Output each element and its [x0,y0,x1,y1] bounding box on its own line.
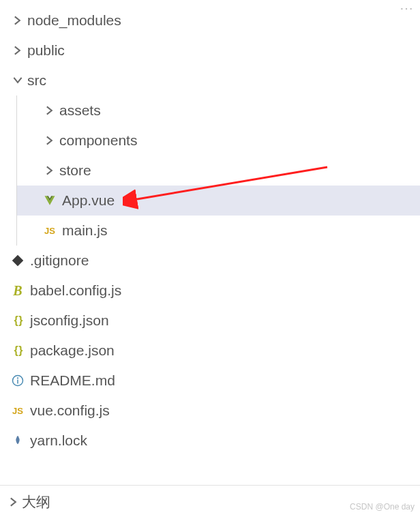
chevron-right-icon [43,104,57,117]
tree-folder-src[interactable]: src [0,65,420,95]
tree-item-label: assets [59,102,101,119]
chevron-right-icon [7,495,20,509]
yarn-icon [11,434,25,447]
tree-item-label: .gitignore [30,252,89,269]
tree-item-label: babel.config.js [30,282,121,299]
tree-item-label: components [59,132,137,149]
tree-folder-components[interactable]: components [16,125,420,156]
chevron-right-icon [11,44,25,57]
info-icon [11,374,25,387]
tree-item-label: public [27,42,65,59]
file-tree: node_modules public src assets component… [0,0,420,456]
chevron-right-icon [11,14,25,27]
tree-item-label: App.vue [62,192,115,209]
json-icon: { } [11,314,25,327]
tree-file-jsconfig[interactable]: { } jsconfig.json [0,306,420,336]
tree-item-label: yarn.lock [30,432,87,449]
git-icon [11,254,25,267]
tree-folder-store[interactable]: store [16,156,420,186]
tree-file-vue-config[interactable]: JS vue.config.js [0,396,420,426]
tree-file-readme[interactable]: README.md [0,366,420,396]
tree-file-main-js[interactable]: JS main.js [16,216,420,246]
chevron-down-icon [11,74,25,87]
tree-file-yarn-lock[interactable]: yarn.lock [0,426,420,456]
tree-item-label: node_modules [27,12,121,29]
toolbar: ⋯ [397,0,416,20]
tree-file-babel-config[interactable]: B babel.config.js [0,276,420,306]
tree-file-gitignore[interactable]: .gitignore [0,246,420,276]
tree-folder-assets[interactable]: assets [16,95,420,125]
js-icon: JS [43,224,57,237]
tree-item-label: main.js [62,222,108,239]
toolbar-action-icon[interactable]: ⋯ [400,0,413,16]
tree-item-label: src [27,72,46,89]
chevron-right-icon [43,134,57,147]
tree-item-label: vue.config.js [30,402,110,419]
chevron-right-icon [43,164,57,177]
tree-file-package-json[interactable]: { } package.json [0,336,420,366]
vue-icon [43,194,57,207]
babel-icon: B [11,284,25,297]
js-icon: JS [11,404,25,417]
tree-item-label: package.json [30,342,115,359]
svg-rect-2 [17,380,18,384]
tree-file-app-vue[interactable]: App.vue [16,186,420,216]
watermark: CSDN @One day [350,502,415,512]
outline-label: 大纲 [22,492,50,512]
tree-item-label: README.md [30,372,115,389]
tree-item-label: store [59,162,91,179]
tree-item-label: jsconfig.json [30,312,109,329]
json-icon: { } [11,344,25,357]
svg-point-1 [17,377,18,379]
tree-folder-public[interactable]: public [0,35,420,65]
tree-folder-node-modules[interactable]: node_modules [0,5,420,35]
